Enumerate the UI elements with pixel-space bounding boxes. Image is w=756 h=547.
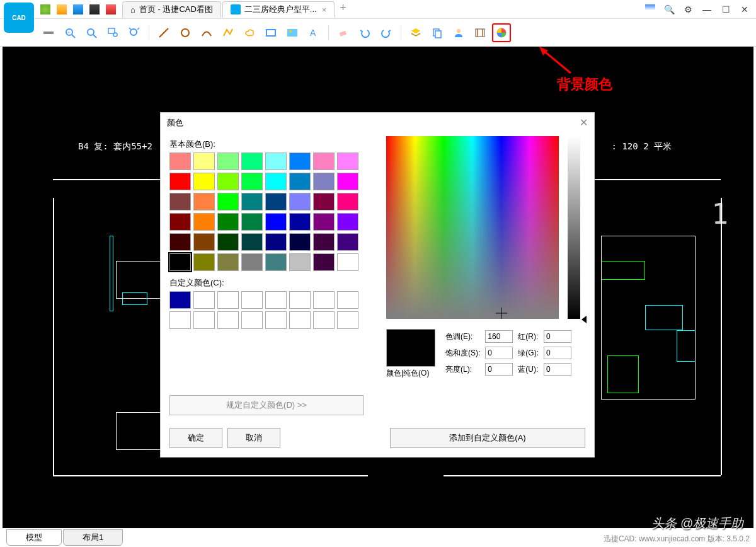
basic-swatch[interactable] [265,153,287,170]
tool-line[interactable] [154,23,173,42]
basic-swatch[interactable] [265,173,287,190]
tool-arc[interactable] [197,23,216,42]
tab-document[interactable]: 二三房经典户型平... × [222,1,335,18]
custom-swatch[interactable] [169,311,191,329]
basic-swatch[interactable] [193,173,215,190]
ok-button[interactable]: 确定 [169,428,222,448]
basic-swatch[interactable] [313,193,335,210]
tab-home[interactable]: ⌂ 首页 - 迅捷CAD看图 [122,1,221,18]
basic-swatch[interactable] [217,253,239,271]
basic-swatch[interactable] [265,253,287,271]
basic-swatch[interactable] [169,233,191,251]
tool-ruler[interactable] [39,23,58,42]
layout-tab[interactable]: 布局1 [63,529,123,546]
basic-swatch[interactable] [193,213,215,231]
custom-swatch[interactable] [289,291,311,309]
basic-swatch[interactable] [241,233,263,251]
custom-swatch[interactable] [169,291,191,309]
basic-swatch[interactable] [193,253,215,271]
basic-swatch[interactable] [241,253,263,271]
tool-cloud[interactable] [240,23,259,42]
dialog-close-icon[interactable]: ✕ [580,117,588,129]
basic-swatch[interactable] [169,153,191,170]
tab-close-icon[interactable]: × [322,5,327,14]
basic-swatch[interactable] [169,193,191,210]
model-tab[interactable]: 模型 [6,529,62,546]
green-input[interactable] [544,347,571,359]
custom-swatch[interactable] [265,291,287,309]
basic-swatch[interactable] [313,213,335,231]
tab-add-button[interactable]: + [340,1,346,18]
basic-swatch[interactable] [217,233,239,251]
add-to-custom-button[interactable]: 添加到自定义颜色(A) [390,428,585,448]
tool-clip[interactable] [471,23,490,42]
tool-background-color[interactable] [492,23,511,42]
basic-swatch[interactable] [241,193,263,210]
basic-swatch[interactable] [313,233,335,251]
basic-swatch[interactable] [337,193,358,210]
basic-swatch[interactable] [289,233,311,251]
custom-swatch[interactable] [289,311,311,329]
basic-swatch[interactable] [289,153,311,170]
tool-redo[interactable] [377,23,396,42]
basic-swatch[interactable] [217,213,239,231]
basic-swatch[interactable] [193,193,215,210]
luminance-slider[interactable] [568,136,580,319]
basic-swatch[interactable] [289,213,311,231]
sat-input[interactable] [485,347,513,359]
custom-swatch[interactable] [193,311,215,329]
basic-swatch[interactable] [217,193,239,210]
red-input[interactable] [544,330,571,343]
qa-save-icon[interactable] [73,4,83,14]
tool-undo[interactable] [355,23,374,42]
basic-swatch[interactable] [313,253,335,271]
basic-swatch[interactable] [265,233,287,251]
tool-layers[interactable] [406,23,425,42]
basic-swatch[interactable] [169,173,191,190]
basic-swatch[interactable] [337,213,358,231]
basic-swatch[interactable] [169,213,191,231]
tool-rect[interactable] [261,23,280,42]
tool-zoom-extents[interactable] [125,23,144,42]
close-icon[interactable]: ✕ [740,4,750,14]
window-pin-icon[interactable] [645,4,655,14]
basic-swatch[interactable] [169,253,191,271]
tool-polyline[interactable] [219,23,238,42]
custom-swatch[interactable] [217,291,239,309]
tool-circle[interactable] [176,23,195,42]
basic-swatch[interactable] [313,153,335,170]
basic-swatch[interactable] [217,173,239,190]
lum-input[interactable] [485,363,513,376]
basic-swatch[interactable] [241,153,263,170]
basic-swatch[interactable] [337,253,358,271]
basic-swatch[interactable] [313,173,335,190]
qa-print-icon[interactable] [89,4,100,14]
qa-open-icon[interactable] [57,4,67,14]
basic-swatch[interactable] [337,173,358,190]
tool-erase[interactable] [334,23,353,42]
basic-swatch[interactable] [193,233,215,251]
basic-swatch[interactable] [289,193,311,210]
hue-input[interactable] [485,330,513,343]
minimize-icon[interactable]: — [702,4,712,14]
basic-swatch[interactable] [241,173,263,190]
tool-image[interactable] [283,23,302,42]
custom-swatch[interactable] [241,291,263,309]
basic-swatch[interactable] [265,193,287,210]
tool-copy[interactable] [428,23,447,42]
custom-swatch[interactable] [313,311,335,329]
tool-zoom-in[interactable]: + [60,23,79,42]
basic-swatch[interactable] [337,233,358,251]
basic-swatch[interactable] [289,253,311,271]
custom-swatch[interactable] [241,311,263,329]
custom-swatch[interactable] [265,311,287,329]
basic-swatch[interactable] [193,153,215,170]
custom-swatch[interactable] [193,291,215,309]
custom-swatch[interactable] [217,311,239,329]
basic-swatch[interactable] [289,173,311,190]
blue-input[interactable] [544,363,571,376]
custom-swatch[interactable] [313,291,335,309]
color-spectrum[interactable] [386,136,559,319]
basic-swatch[interactable] [241,213,263,231]
define-custom-button[interactable]: 规定自定义颜色(D) >> [169,395,364,415]
